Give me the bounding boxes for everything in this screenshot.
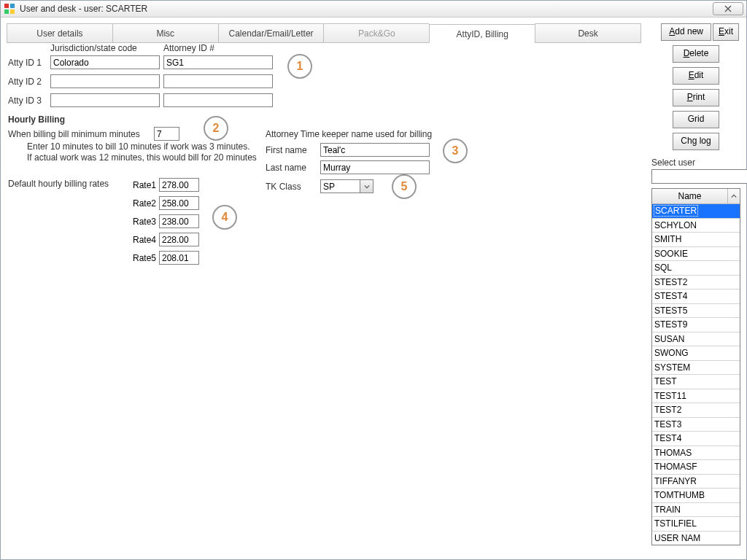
user-list-row[interactable]: TEST11 (652, 389, 740, 404)
hourly-billing-title: Hourly Billing (8, 114, 65, 125)
callout-badge-2: 2 (204, 116, 228, 141)
user-list-body[interactable]: SCARTERSCHYLONSMITHSOOKIESQLSTEST2STEST4… (652, 204, 740, 545)
tabstrip: User details Misc Calendar/Email/Letter … (7, 23, 641, 43)
atty-id-2-number[interactable] (163, 74, 273, 88)
user-list-row[interactable]: SQL (652, 261, 740, 276)
window-title: User and desk - user: SCARTER (20, 4, 713, 14)
print-button[interactable]: Print (673, 89, 719, 106)
tk-first-name-input[interactable] (320, 143, 430, 157)
atty-id-3-number[interactable] (163, 93, 273, 107)
atty-id-3-jurisdiction[interactable] (50, 93, 160, 107)
chg-log-button[interactable]: Chg log (673, 133, 719, 150)
rate3-label: Rate3 (125, 217, 156, 227)
user-list-row[interactable]: SCARTER (652, 204, 740, 219)
user-list-row[interactable]: THOMAS (652, 446, 740, 461)
user-list-row[interactable]: USER NAM (652, 532, 740, 545)
callout-badge-3: 3 (443, 139, 468, 163)
rate1-label: Rate1 (125, 180, 156, 190)
callout-badge-1: 1 (287, 54, 312, 79)
rate3-input[interactable] (159, 214, 199, 228)
tk-class-value[interactable] (320, 179, 360, 193)
rate5-label: Rate5 (125, 253, 156, 263)
edit-button[interactable]: Edit (673, 67, 719, 85)
delete-button[interactable]: Delete (673, 45, 719, 63)
atty-id-1-jurisdiction[interactable] (50, 55, 160, 69)
grid-button[interactable]: Grid (673, 111, 719, 128)
svg-rect-3 (10, 9, 15, 14)
min-minutes-hint-2: If actual work was 12 minutes, this woul… (27, 152, 257, 163)
user-list-row[interactable]: SUSAN (652, 332, 740, 347)
atty-id-1-number[interactable] (163, 55, 273, 69)
user-list-row[interactable]: SWONG (652, 346, 740, 361)
close-icon[interactable] (713, 2, 743, 15)
svg-rect-0 (4, 4, 9, 8)
tk-last-name-label: Last name (266, 163, 306, 173)
atty-id-3-label: Atty ID 3 (8, 96, 42, 106)
app-icon (4, 3, 15, 15)
user-list-row[interactable]: TRAIN (652, 503, 740, 518)
titlebar: User and desk - user: SCARTER (1, 1, 746, 18)
tab-calendar-email-letter[interactable]: Calendar/Email/Letter (218, 23, 324, 42)
user-list-row[interactable]: TEST3 (652, 418, 740, 432)
user-list-row[interactable]: TSTILFIEL (652, 517, 740, 532)
svg-rect-2 (4, 9, 9, 14)
user-list-row[interactable]: STEST2 (652, 276, 740, 290)
rate4-input[interactable] (159, 233, 199, 246)
rate2-label: Rate2 (125, 198, 156, 209)
add-new-button[interactable]: Add new (661, 23, 711, 41)
select-user-search[interactable] (651, 169, 747, 184)
user-list: Name SCARTERSCHYLONSMITHSOOKIESQLSTEST2S… (651, 188, 740, 545)
attorney-id-header: Attorney ID # (163, 43, 214, 53)
callout-badge-5: 5 (392, 174, 417, 199)
tab-desk[interactable]: Desk (535, 23, 641, 42)
tab-user-details[interactable]: User details (7, 23, 112, 42)
user-list-row[interactable]: SYSTEM (652, 361, 740, 376)
select-user-label: Select user (651, 158, 740, 168)
min-minutes-label: When billing bill minimum minutes (8, 129, 140, 139)
user-list-row[interactable]: TEST2 (652, 403, 740, 418)
min-minutes-input[interactable] (154, 127, 179, 141)
scroll-up-icon[interactable] (728, 189, 740, 203)
rates-label: Default hourly billing rates (8, 179, 109, 189)
right-sidebar: Delete Edit Print Grid Chg log Select us… (651, 23, 740, 553)
tab-attyid-billing[interactable]: AttyID, Billing (429, 24, 535, 43)
tk-last-name-input[interactable] (320, 160, 430, 174)
tab-misc[interactable]: Misc (112, 23, 218, 42)
jurisdiction-header: Jurisdiction/state code (50, 43, 137, 53)
user-list-row[interactable]: SOOKIE (652, 247, 740, 262)
user-list-row[interactable]: STEST9 (652, 318, 740, 332)
user-list-row[interactable]: THOMASF (652, 460, 740, 475)
tab-panel-attyid-billing: Jurisdiction/state code Attorney ID # At… (7, 43, 650, 548)
user-list-row[interactable]: TEST4 (652, 432, 740, 446)
min-minutes-hint-1: Enter 10 minutes to bill 10 minutes if w… (27, 141, 249, 152)
user-list-header-name[interactable]: Name (652, 189, 728, 203)
user-list-row[interactable]: TIFFANYR (652, 475, 740, 489)
tk-first-name-label: First name (266, 145, 307, 155)
rate1-input[interactable] (159, 178, 199, 192)
rate4-label: Rate4 (125, 235, 156, 245)
rates-grid: Rate1 Rate2 Rate3 Rate4 Rate5 (125, 176, 199, 267)
user-list-row[interactable]: SCHYLON (652, 219, 740, 233)
chevron-down-icon[interactable] (360, 179, 374, 193)
rate2-input[interactable] (159, 196, 199, 210)
user-list-row[interactable]: TOMTHUMB (652, 489, 740, 503)
callout-badge-4: 4 (212, 205, 237, 230)
svg-rect-1 (10, 4, 15, 8)
exit-button[interactable]: Exit (713, 23, 739, 41)
user-list-row[interactable]: STEST4 (652, 289, 740, 304)
atty-id-2-jurisdiction[interactable] (50, 74, 160, 88)
user-list-row[interactable]: TEST (652, 375, 740, 389)
window-frame: User and desk - user: SCARTER User detai… (0, 0, 747, 560)
atty-id-1-label: Atty ID 1 (8, 58, 42, 68)
atty-id-2-label: Atty ID 2 (8, 77, 42, 87)
timekeeper-header: Attorney Time keeper name used for billi… (266, 129, 432, 139)
rate5-input[interactable] (159, 251, 199, 265)
tk-class-dropdown[interactable] (320, 179, 374, 193)
tab-pack-and-go[interactable]: Pack&Go (323, 23, 429, 42)
user-list-row[interactable]: STEST5 (652, 304, 740, 319)
tk-class-label: TK Class (266, 182, 301, 192)
user-list-row[interactable]: SMITH (652, 233, 740, 247)
